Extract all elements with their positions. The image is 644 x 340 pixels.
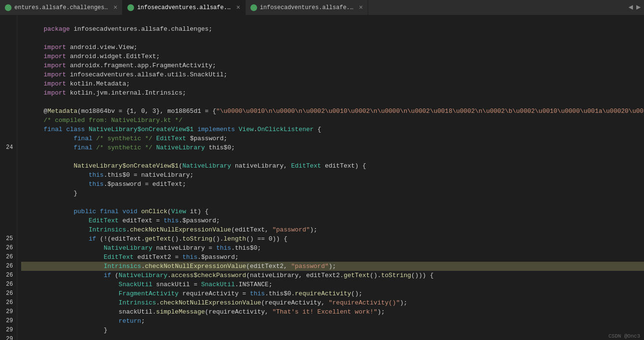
tab-nav-buttons: ◄ ► xyxy=(625,0,644,15)
code-area[interactable]: package infosecadventures.allsafe.challe… xyxy=(17,15,644,340)
status-text: CSDN @Onc3 xyxy=(608,333,640,339)
editor: 24 25 26 26 26 26 26 26 26 29 29 29 29 3… xyxy=(0,15,644,340)
tab-prev-button[interactable]: ◄ xyxy=(627,3,635,12)
code-line: } xyxy=(21,335,644,340)
tab-2-label: infosecadventures.allsafe.challenges.Nat… xyxy=(137,4,233,11)
tab-3-icon xyxy=(250,4,257,11)
tab-3-close[interactable]: × xyxy=(359,4,363,12)
tab-1-close[interactable]: × xyxy=(113,4,117,12)
code-line: import android.view.View; xyxy=(21,34,644,43)
code-line xyxy=(21,326,644,335)
tab-2-close[interactable]: × xyxy=(236,4,240,12)
code-line xyxy=(21,189,644,198)
tab-1-icon xyxy=(5,4,12,11)
code-line: package infosecadventures.allsafe.challe… xyxy=(21,15,644,24)
tab-3[interactable]: infosecadventures.allsafe.challenges.Har… xyxy=(246,0,368,15)
tab-2[interactable]: infosecadventures.allsafe.challenges.Nat… xyxy=(123,0,245,15)
code-line: public final void onClick(View it) { xyxy=(21,198,644,207)
code-line: NativeLibrary$onCreateView$1(NativeLibra… xyxy=(21,152,644,161)
code-line: @Metadata(mo18864bv = {1, 0, 3}, mo18865… xyxy=(21,97,644,107)
tab-3-label: infosecadventures.allsafe.challenges.Har… xyxy=(260,4,356,11)
status-bar: CSDN @Onc3 xyxy=(605,332,644,340)
line-numbers: 24 25 26 26 26 26 26 26 26 29 29 29 29 3… xyxy=(0,15,17,340)
tab-1[interactable]: entures.allsafe.challenges.NativeLibrary… xyxy=(0,0,123,15)
tab-1-label: entures.allsafe.challenges.NativeLibrary xyxy=(14,4,111,11)
tab-2-icon xyxy=(127,4,134,11)
tab-bar: entures.allsafe.challenges.NativeLibrary… xyxy=(0,0,644,15)
tab-next-button[interactable]: ► xyxy=(634,3,642,12)
